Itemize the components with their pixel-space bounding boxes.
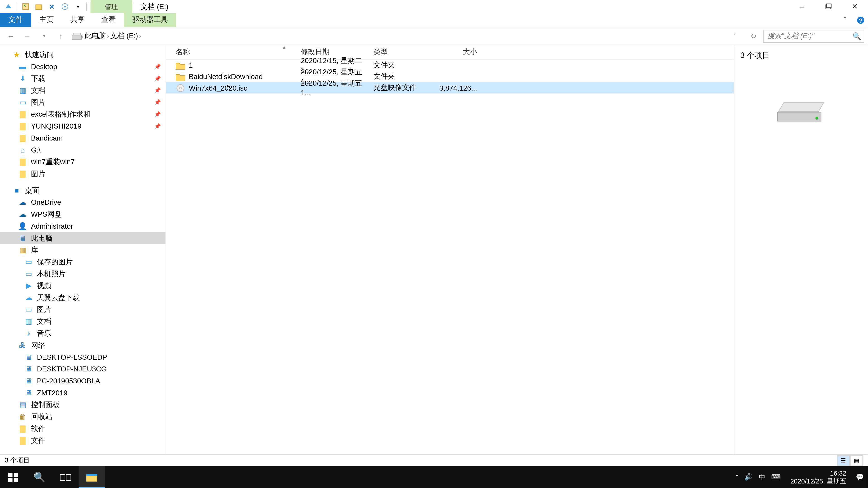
tree-lib-item[interactable]: ▥文档	[0, 316, 166, 328]
pictures-icon: ▭	[24, 258, 33, 266]
qat-properties-icon[interactable]	[20, 1, 32, 13]
search-icon[interactable]: 🔍	[852, 32, 862, 40]
window-title: 文档 (E:)	[132, 0, 177, 13]
tree-qa-item[interactable]: ▇图片	[0, 168, 166, 180]
back-button[interactable]: ←	[4, 29, 18, 43]
search-placeholder: 搜索"文档 (E:)"	[767, 31, 814, 41]
pin-icon: 📌	[154, 88, 161, 93]
tree-qa-item[interactable]: ▇Bandicam	[0, 132, 166, 144]
col-date[interactable]: 修改日期	[301, 47, 373, 57]
tree-files[interactable]: ▇文件	[0, 435, 166, 447]
volume-icon[interactable]: 🔊	[744, 473, 753, 481]
tree-lib-item[interactable]: ▭保存的图片	[0, 256, 166, 268]
tree-user[interactable]: 👤Administrator	[0, 220, 166, 232]
tree-qa-item[interactable]: ▇excel表格制作求和📌	[0, 108, 166, 121]
tree-libraries[interactable]: ▦库	[0, 244, 166, 256]
preview-pane: 3 个项目	[734, 45, 868, 477]
address-bar[interactable]: › 此电脑 › 文档 (E:) › ˅	[70, 29, 744, 42]
view-icons-button[interactable]: ▦	[850, 455, 863, 466]
tree-net-item[interactable]: 🖥DESKTOP-LSSOEDP	[0, 351, 166, 363]
tree-desktop[interactable]: ■桌面	[0, 185, 166, 197]
close-button[interactable]: ×	[842, 0, 868, 13]
clock[interactable]: 16:32 2020/12/25, 星期五	[786, 469, 850, 485]
qat-delete-icon[interactable]: ×	[46, 1, 58, 13]
file-row[interactable]: BaiduNetdiskDownload 2020/12/25, 星期五 1..…	[166, 71, 734, 82]
tree-qa-item[interactable]: ▬Desktop📌	[0, 61, 166, 73]
drive-preview-icon	[777, 102, 825, 126]
tree-qa-item[interactable]: ⬇下载📌	[0, 72, 166, 85]
tab-file[interactable]: 文件	[0, 13, 31, 27]
action-center-icon[interactable]: 💬	[856, 473, 864, 481]
tree-this-pc[interactable]: 🖥此电脑	[0, 232, 166, 244]
crumb-this-pc[interactable]: 此电脑	[84, 31, 107, 41]
tree-net-item[interactable]: 🖥PC-20190530OBLA	[0, 375, 166, 387]
start-button[interactable]	[0, 466, 26, 488]
tree-control-panel[interactable]: ▤控制面板	[0, 399, 166, 411]
tree-net-item[interactable]: 🖥DESKTOP-NJEU3CG	[0, 363, 166, 375]
qat-newfolder-icon[interactable]	[33, 1, 45, 13]
tray-overflow-icon[interactable]: ˄	[736, 474, 739, 480]
col-name[interactable]: 名称▲	[166, 47, 301, 57]
explorer-taskbar-icon[interactable]	[79, 466, 105, 488]
tree-qa-item[interactable]: ▭图片📌	[0, 96, 166, 108]
input-switch-icon[interactable]: ⌨	[771, 473, 781, 481]
tree-quick-access[interactable]: ★快速访问	[0, 49, 166, 61]
search-input[interactable]: 搜索"文档 (E:)" 🔍	[763, 29, 864, 42]
tree-lib-item[interactable]: ☁天翼云盘下载	[0, 292, 166, 304]
document-icon: ▥	[18, 86, 27, 95]
maximize-button[interactable]	[815, 0, 842, 13]
search-button[interactable]: 🔍	[26, 466, 53, 488]
address-dropdown-icon[interactable]: ˅	[728, 29, 742, 43]
pin-icon: 📌	[154, 64, 161, 70]
ribbon-collapse-icon[interactable]: ˅	[839, 13, 851, 27]
tree-lib-item[interactable]: ▭本机照片	[0, 268, 166, 280]
tree-lib-item[interactable]: ▭图片	[0, 304, 166, 316]
app-icon[interactable]	[2, 1, 14, 13]
tree-lib-item[interactable]: ▶视频	[0, 280, 166, 292]
file-row[interactable]: 1 2020/12/15, 星期二 1... 文件夹	[166, 60, 734, 71]
tree-network[interactable]: 🖧网络	[0, 339, 166, 351]
tree-onedrive[interactable]: ☁OneDrive	[0, 197, 166, 208]
qat-dropdown-icon[interactable]: ▾	[72, 1, 84, 13]
minimize-button[interactable]: –	[789, 0, 815, 13]
tree-wps[interactable]: ☁WPS网盘	[0, 208, 166, 220]
ime-indicator[interactable]: 中	[759, 473, 765, 482]
tree-qa-item[interactable]: ▇YUNQISHI2019📌	[0, 120, 166, 132]
library-icon: ▦	[18, 246, 27, 254]
quick-access-toolbar: × ▾	[0, 0, 91, 13]
document-icon: ▥	[24, 317, 33, 326]
folder-icon: ▇	[18, 436, 27, 445]
up-button[interactable]: ↑	[54, 29, 68, 43]
folder-icon: ▇	[18, 122, 27, 130]
status-bar: 3 个项目 ☰ ▦	[0, 454, 868, 466]
tab-drive-tools[interactable]: 驱动器工具	[124, 13, 176, 27]
recent-dropdown-icon[interactable]: ▾	[37, 29, 51, 43]
help-icon[interactable]: ?	[854, 13, 868, 27]
crumb-drive[interactable]: 文档 (E:)	[109, 31, 139, 41]
tab-view[interactable]: 查看	[93, 13, 124, 27]
svg-rect-8	[72, 35, 82, 39]
view-details-button[interactable]: ☰	[837, 455, 850, 466]
folder-icon: ▇	[18, 158, 27, 166]
tab-home[interactable]: 主页	[31, 13, 62, 27]
svg-rect-15	[14, 478, 18, 482]
svg-rect-17	[66, 474, 71, 480]
tree-net-item[interactable]: 🖥ZMT2019	[0, 387, 166, 399]
refresh-button[interactable]: ↻	[746, 29, 761, 43]
forward-button[interactable]: →	[20, 29, 35, 43]
file-row[interactable]: Win7x64_2020.iso 2020/12/25, 星期五 1... 光盘…	[166, 82, 734, 94]
task-view-button[interactable]	[53, 466, 79, 488]
tree-qa-item[interactable]: ⌂G:\	[0, 144, 166, 156]
col-size[interactable]: 大小	[433, 47, 481, 57]
tree-lib-item[interactable]: ♪音乐	[0, 327, 166, 339]
tree-software[interactable]: ▇软件	[0, 423, 166, 435]
qat-settings-icon[interactable]	[59, 1, 71, 13]
tree-qa-item[interactable]: ▥文档📌	[0, 85, 166, 96]
tree-recycle[interactable]: 🗑回收站	[0, 411, 166, 423]
tab-share[interactable]: 共享	[62, 13, 93, 27]
tree-qa-item[interactable]: ▇win7重装win7	[0, 156, 166, 168]
video-icon: ▶	[24, 282, 33, 290]
title-bar: × ▾ 管理 文档 (E:) – ×	[0, 0, 868, 13]
cloud-icon: ☁	[18, 210, 27, 219]
col-type[interactable]: 类型	[373, 47, 433, 57]
